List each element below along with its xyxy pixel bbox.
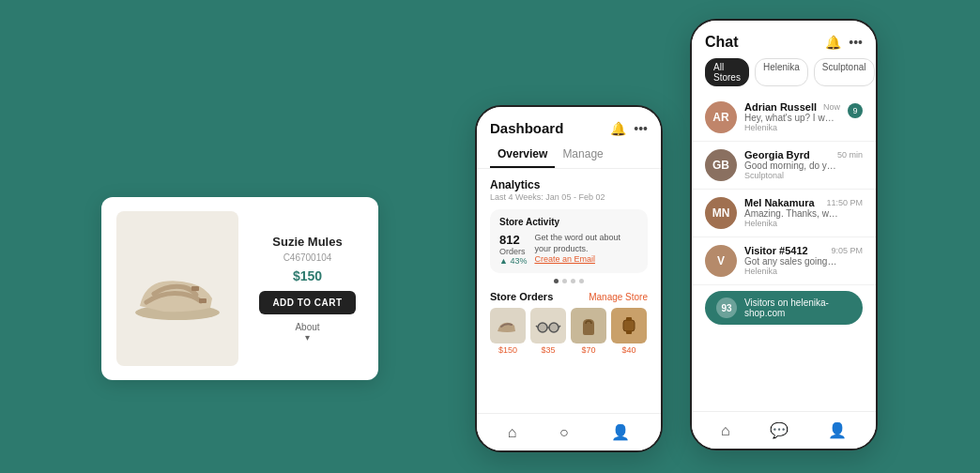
- chat-bottom-nav: ⌂ 💬 👤: [692, 411, 876, 449]
- dot-3: [571, 279, 575, 283]
- dot-2: [562, 279, 567, 283]
- chat-msg-3: Amazing. Thanks, woman!: [744, 208, 838, 219]
- order-thumbnails: $150 $35 $70 $40: [490, 308, 648, 355]
- home-nav-icon[interactable]: ⌂: [721, 422, 730, 439]
- chat-item-3[interactable]: MN Mel Nakamura 11:50 PM Amazing. Thanks…: [692, 190, 876, 237]
- filter-all-stores[interactable]: All Stores: [705, 58, 749, 86]
- chat-store-4: Helenika: [744, 267, 863, 276]
- tab-manage[interactable]: Manage: [555, 144, 610, 168]
- tab-overview[interactable]: Overview: [490, 144, 555, 168]
- chevron-down-icon: ▾: [295, 332, 319, 343]
- store-orders-header: Store Orders Manage Store: [490, 291, 648, 302]
- svg-rect-1: [191, 286, 199, 291]
- chat-name-1: Adrian Russell: [744, 101, 817, 113]
- chat-name-4: Visitor #5412: [744, 245, 808, 256]
- dot-4: [579, 279, 584, 283]
- about-label: About ▾: [295, 322, 319, 343]
- filter-sculptonal[interactable]: Sculptonal: [814, 58, 875, 86]
- chat-phone: Chat 🔔 ••• All Stores Helenika Sculptona…: [690, 19, 878, 450]
- svg-point-4: [549, 323, 559, 332]
- analytics-title: Analytics: [490, 178, 648, 191]
- store-stat-orders: 812 Orders ▲ 43%: [499, 233, 527, 266]
- product-price: $150: [293, 268, 322, 283]
- chat-list: AR Adrian Russell Now Hey, what's up? I …: [692, 94, 876, 285]
- product-info: Suzie Mules C46700104 $150 ADD TO CART A…: [252, 235, 363, 343]
- product-card: Suzie Mules C46700104 $150 ADD TO CART A…: [101, 197, 378, 380]
- avatar-4: V: [705, 245, 737, 277]
- dashboard-bottom-nav: ⌂ ○ 👤: [477, 413, 661, 450]
- store-activity-box: Store Activity 812 Orders ▲ 43% Get the …: [490, 209, 648, 273]
- order-item-3[interactable]: $70: [571, 308, 606, 355]
- bell-icon[interactable]: 🔔: [610, 121, 626, 136]
- order-item-1[interactable]: $150: [490, 308, 526, 355]
- product-image: [116, 211, 238, 366]
- bell-icon[interactable]: 🔔: [825, 35, 841, 50]
- promo-desc: Get the word out about your products.: [534, 233, 638, 254]
- profile-icon[interactable]: 👤: [611, 423, 630, 441]
- chat-time-2: 50 min: [837, 150, 863, 160]
- dashboard-header-icons: 🔔 •••: [610, 121, 648, 136]
- svg-rect-2: [199, 298, 207, 303]
- search-icon[interactable]: ○: [559, 424, 569, 441]
- more-icon[interactable]: •••: [634, 121, 648, 136]
- chat-time-3: 11:50 PM: [826, 198, 863, 207]
- chat-item-content-3: Mel Nakamura 11:50 PM Amazing. Thanks, w…: [744, 197, 863, 228]
- create-email-link[interactable]: Create an Email: [534, 254, 638, 264]
- chat-msg-2: Good morning, do you have the..: [744, 160, 838, 171]
- visitor-banner[interactable]: 93 Visitors on helenika-shop.com: [705, 291, 863, 325]
- product-name: Suzie Mules: [272, 235, 342, 249]
- chat-nav-icon[interactable]: 💬: [770, 421, 789, 439]
- orders-count: 812: [499, 233, 527, 247]
- add-to-cart-button[interactable]: ADD TO CART: [259, 291, 355, 314]
- chat-name-2: Georgia Byrd: [744, 149, 810, 160]
- chat-item-2[interactable]: GB Georgia Byrd 50 min Good morning, do …: [692, 142, 876, 190]
- unread-badge-1: 9: [848, 103, 863, 118]
- chat-item-content-2: Georgia Byrd 50 min Good morning, do you…: [744, 149, 863, 180]
- product-sku: C46700104: [283, 252, 332, 263]
- chat-item-content-1: Adrian Russell Now Hey, what's up? I wan…: [744, 101, 840, 132]
- store-orders-title: Store Orders: [490, 291, 553, 302]
- order-price-3: $70: [571, 345, 606, 355]
- analytics-section: Analytics Last 4 Weeks: Jan 05 - Feb 02: [490, 178, 648, 202]
- chat-item-1[interactable]: AR Adrian Russell Now Hey, what's up? I …: [692, 94, 876, 142]
- chat-msg-1: Hey, what's up? I wanted to...: [744, 113, 838, 123]
- svg-rect-7: [626, 330, 632, 334]
- chat-msg-4: Got any sales going on right now?: [744, 256, 838, 267]
- store-activity-title: Store Activity: [499, 217, 638, 227]
- svg-rect-6: [626, 317, 632, 321]
- visitor-text: Visitors on helenika-shop.com: [744, 298, 851, 318]
- orders-label: Orders: [499, 247, 527, 256]
- chat-title: Chat: [705, 34, 739, 51]
- profile-nav-icon[interactable]: 👤: [828, 421, 847, 439]
- manage-store-link[interactable]: Manage Store: [589, 292, 648, 302]
- avatar-2: GB: [705, 149, 737, 181]
- home-icon[interactable]: ⌂: [508, 424, 517, 441]
- chat-item-content-4: Visitor #5412 9:05 PM Got any sales goin…: [744, 245, 863, 276]
- order-price-4: $40: [611, 345, 647, 355]
- chat-header-icons: 🔔 •••: [825, 35, 863, 50]
- carousel-dots: [490, 279, 648, 283]
- avatar-3: MN: [705, 197, 737, 229]
- order-price-2: $35: [530, 345, 566, 355]
- order-item-2[interactable]: $35: [530, 308, 566, 355]
- order-item-4[interactable]: $40: [611, 308, 647, 355]
- filter-helenika[interactable]: Helenika: [755, 58, 808, 86]
- chat-store-1: Helenika: [744, 123, 840, 132]
- chat-store-2: Sculptonal: [744, 171, 863, 180]
- chat-item-4[interactable]: V Visitor #5412 9:05 PM Got any sales go…: [692, 237, 876, 285]
- store-promo: Get the word out about your products. Cr…: [534, 233, 638, 266]
- chat-filter-tabs: All Stores Helenika Sculptonal: [692, 58, 876, 94]
- analytics-subtitle: Last 4 Weeks: Jan 05 - Feb 02: [490, 192, 648, 202]
- chat-header: Chat 🔔 •••: [692, 21, 876, 58]
- chat-time-1: Now: [823, 102, 840, 112]
- order-price-1: $150: [490, 345, 526, 355]
- dashboard-header: Dashboard 🔔 •••: [477, 107, 661, 136]
- svg-rect-5: [623, 320, 635, 331]
- orders-change: ▲ 43%: [499, 256, 527, 266]
- avatar-1: AR: [705, 101, 737, 133]
- more-options-icon[interactable]: •••: [849, 35, 863, 50]
- chat-store-3: Helenika: [744, 219, 863, 228]
- chat-name-3: Mel Nakamura: [744, 197, 815, 208]
- visitor-count: 93: [716, 298, 737, 318]
- chat-time-4: 9:05 PM: [831, 246, 863, 255]
